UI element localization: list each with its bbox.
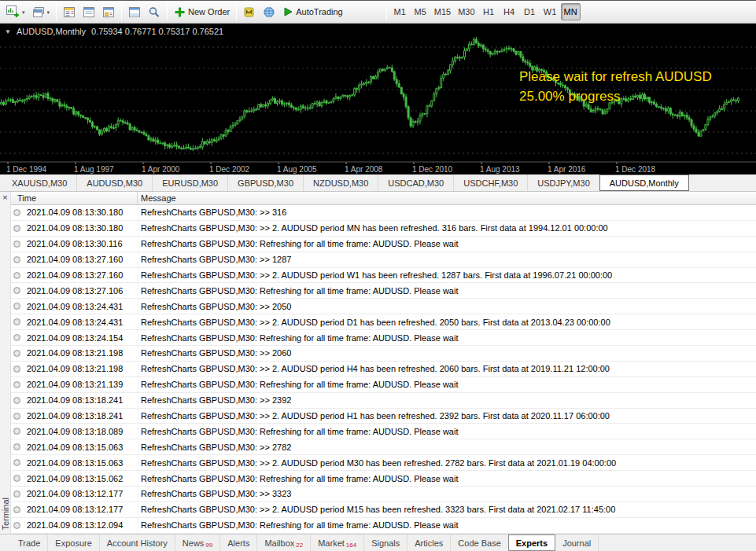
close-terminal-button[interactable]: × bbox=[0, 192, 10, 203]
log-row[interactable]: 2021.04.09 08:13:15.062RefreshCharts GBP… bbox=[11, 471, 756, 487]
log-message: RefreshCharts GBPUSD,M30: Refreshing for… bbox=[138, 474, 756, 483]
log-entry-icon bbox=[13, 256, 20, 263]
refresh-message-line1: Please wait for refresh AUDUSD bbox=[519, 68, 712, 87]
chart-tab-audusd-monthly[interactable]: AUDUSD,Monthly bbox=[599, 174, 689, 191]
log-row[interactable]: 2021.04.09 08:13:30.180RefreshCharts GBP… bbox=[11, 205, 756, 221]
timeframe-h1-button[interactable]: H1 bbox=[479, 3, 499, 20]
timeframe-w1-button[interactable]: W1 bbox=[540, 3, 560, 20]
terminal-tab-articles[interactable]: Articles bbox=[408, 534, 451, 551]
log-entry-icon bbox=[13, 397, 20, 404]
svg-text:1 Aug 2005: 1 Aug 2005 bbox=[277, 165, 317, 174]
terminal-tab-trade[interactable]: Trade bbox=[11, 534, 48, 551]
navigator-button[interactable] bbox=[99, 2, 118, 21]
chart-tab-audusd-m30[interactable]: AUDUSD,M30 bbox=[77, 174, 153, 191]
profiles-icon bbox=[32, 6, 45, 18]
timeframe-m5-button[interactable]: M5 bbox=[411, 3, 430, 20]
strategy-tester-button[interactable] bbox=[145, 2, 164, 21]
chart-tab-usdchf-m30[interactable]: USDCHF,M30 bbox=[454, 174, 528, 191]
log-row[interactable]: 2021.04.09 08:13:21.198RefreshCharts GBP… bbox=[11, 362, 756, 377]
new-order-button[interactable]: New Order bbox=[171, 2, 233, 21]
chart-tab-usdcad-m30[interactable]: USDCAD,M30 bbox=[378, 174, 454, 191]
log-entry-icon bbox=[13, 272, 20, 279]
terminal-tab-signals[interactable]: Signals bbox=[364, 534, 408, 551]
timeframe-m15-button[interactable]: M15 bbox=[431, 3, 454, 20]
market-watch-button[interactable] bbox=[60, 2, 79, 21]
tab-label: Alerts bbox=[227, 538, 249, 548]
log-row[interactable]: 2021.04.09 08:13:12.177RefreshCharts GBP… bbox=[11, 487, 756, 502]
log-message: RefreshCharts GBPUSD,M30: >> 2060 bbox=[138, 348, 756, 358]
terminal-tab-exposure[interactable]: Exposure bbox=[48, 534, 99, 551]
log-message: RefreshCharts GBPUSD,M30: Refreshing for… bbox=[138, 427, 756, 436]
log-entry-icon bbox=[13, 287, 20, 294]
log-row[interactable]: 2021.04.09 08:13:24.154RefreshCharts GBP… bbox=[11, 330, 756, 346]
chart-tab-xauusd-m30[interactable]: XAUUSD,M30 bbox=[2, 174, 77, 191]
log-row[interactable]: 2021.04.09 08:13:18.089RefreshCharts GBP… bbox=[11, 424, 756, 439]
data-window-button[interactable] bbox=[79, 2, 98, 21]
terminal-tab-news[interactable]: News99 bbox=[175, 534, 220, 551]
globe-icon bbox=[263, 6, 275, 18]
chart-tab-usdjpy-m30[interactable]: USDJPY,M30 bbox=[528, 174, 599, 191]
terminal-tab-journal[interactable]: Journal bbox=[555, 534, 599, 551]
log-row[interactable]: 2021.04.09 08:13:18.241RefreshCharts GBP… bbox=[11, 409, 756, 424]
tab-badge: 22 bbox=[296, 542, 303, 549]
autotrading-button[interactable]: AutoTrading bbox=[279, 2, 346, 21]
log-row[interactable]: 2021.04.09 08:13:12.094RefreshCharts GBP… bbox=[11, 518, 756, 534]
terminal-main: Time Message 2021.04.09 08:13:30.180Refr… bbox=[11, 192, 756, 534]
profiles-button[interactable]: ▾ bbox=[29, 2, 53, 21]
log-row[interactable]: 2021.04.09 08:13:24.431RefreshCharts GBP… bbox=[11, 299, 756, 314]
timeframe-m30-button[interactable]: M30 bbox=[455, 3, 478, 20]
timeframe-toolbar: M1M5M15M30H1H4D1W1MN bbox=[390, 3, 581, 20]
chart-tab-nzdusd-m30[interactable]: NZDUSD,M30 bbox=[304, 174, 378, 191]
log-row[interactable]: 2021.04.09 08:13:30.180RefreshCharts GBP… bbox=[11, 221, 756, 237]
metaeditor-icon bbox=[243, 6, 256, 18]
dropdown-caret-icon: ▾ bbox=[22, 9, 25, 15]
log-row[interactable]: 2021.04.09 08:13:18.241RefreshCharts GBP… bbox=[11, 393, 756, 409]
log-row[interactable]: 2021.04.09 08:13:15.063RefreshCharts GBP… bbox=[11, 439, 756, 455]
log-time: 2021.04.09 08:13:18.241 bbox=[27, 411, 138, 421]
timeframe-d1-button[interactable]: D1 bbox=[520, 3, 540, 20]
terminal-button[interactable] bbox=[125, 2, 144, 21]
log-row[interactable]: 2021.04.09 08:13:15.063RefreshCharts GBP… bbox=[11, 455, 756, 471]
chart-tab-gbpusd-m30[interactable]: GBPUSD,M30 bbox=[228, 174, 304, 191]
log-message: RefreshCharts GBPUSD,M30: Refreshing for… bbox=[138, 239, 756, 248]
terminal-tab-experts[interactable]: Experts bbox=[508, 534, 555, 551]
log-row[interactable]: 2021.04.09 08:13:21.198RefreshCharts GBP… bbox=[11, 346, 756, 362]
timeframe-m1-button[interactable]: M1 bbox=[390, 3, 410, 20]
autotrading-label: AutoTrading bbox=[296, 7, 343, 17]
log-row[interactable]: 2021.04.09 08:13:21.139RefreshCharts GBP… bbox=[11, 377, 756, 393]
log-row[interactable]: 2021.04.09 08:13:27.160RefreshCharts GBP… bbox=[11, 268, 756, 284]
toolbar: ▾ ▾ bbox=[0, 0, 756, 24]
dropdown-caret-icon: ▾ bbox=[47, 9, 50, 15]
chart-symbol-label: AUDUSD,Monthly bbox=[17, 27, 86, 36]
log-row[interactable]: 2021.04.09 08:13:30.116RefreshCharts GBP… bbox=[11, 237, 756, 252]
log-row[interactable]: 2021.04.09 08:13:12.177RefreshCharts GBP… bbox=[11, 502, 756, 518]
terminal-tab-market[interactable]: Market164 bbox=[311, 534, 364, 551]
community-button[interactable] bbox=[260, 2, 278, 21]
column-header-message: Message bbox=[138, 192, 756, 204]
terminal-tab-code-base[interactable]: Code Base bbox=[451, 534, 508, 551]
log-row[interactable]: 2021.04.09 08:13:24.431RefreshCharts GBP… bbox=[11, 314, 756, 330]
terminal-tab-mailbox[interactable]: Mailbox22 bbox=[257, 534, 311, 551]
log-message: RefreshCharts GBPUSD,M30: >> 2. AUDUSD p… bbox=[138, 411, 756, 421]
new-chart-button[interactable]: ▾ bbox=[3, 2, 28, 21]
metaeditor-button[interactable] bbox=[240, 2, 259, 21]
log-row[interactable]: 2021.04.09 08:13:27.106RefreshCharts GBP… bbox=[11, 283, 756, 299]
timeframe-mn-button[interactable]: MN bbox=[561, 3, 581, 20]
log-entry-icon bbox=[13, 443, 20, 450]
tab-label: Signals bbox=[371, 538, 400, 548]
tab-label: Journal bbox=[562, 538, 591, 548]
log-time: 2021.04.09 08:13:30.180 bbox=[27, 208, 138, 217]
autotrading-play-icon bbox=[282, 6, 293, 17]
log-row[interactable]: 2021.04.09 08:13:27.160RefreshCharts GBP… bbox=[11, 252, 756, 268]
timeframe-h4-button[interactable]: H4 bbox=[500, 3, 519, 20]
terminal-tab-alerts[interactable]: Alerts bbox=[220, 534, 257, 551]
chart-menu-icon[interactable]: ▼ bbox=[5, 28, 11, 35]
log-time: 2021.04.09 08:13:24.154 bbox=[27, 333, 138, 343]
terminal-tab-account-history[interactable]: Account History bbox=[100, 534, 175, 551]
terminal-panel: × Terminal Time Message 2021.04.09 08:13… bbox=[0, 192, 756, 534]
svg-text:1 Dec 2002: 1 Dec 2002 bbox=[209, 165, 250, 174]
chart-tab-eurusd-m30[interactable]: EURUSD,M30 bbox=[153, 174, 228, 191]
log-entry-icon bbox=[13, 475, 20, 482]
log-time: 2021.04.09 08:13:27.160 bbox=[27, 270, 138, 280]
refresh-message-line2: 25.00% progress bbox=[519, 87, 712, 107]
